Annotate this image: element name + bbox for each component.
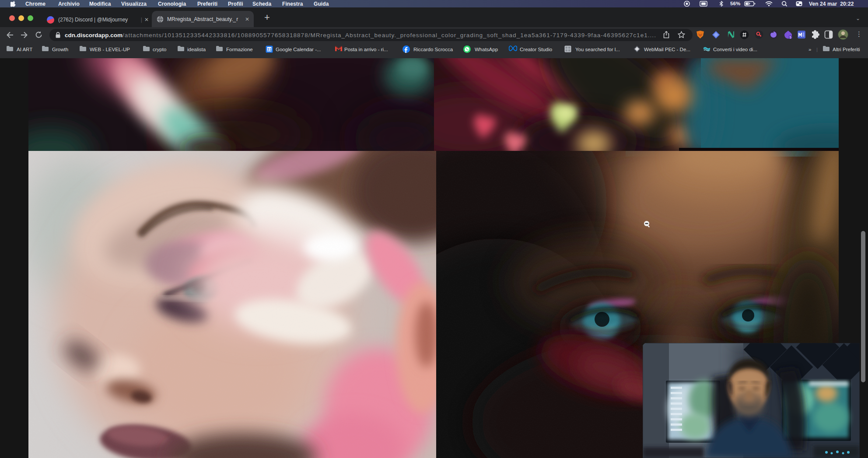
svg-text:5: 5 bbox=[790, 36, 791, 39]
svg-text:31: 31 bbox=[267, 47, 271, 52]
